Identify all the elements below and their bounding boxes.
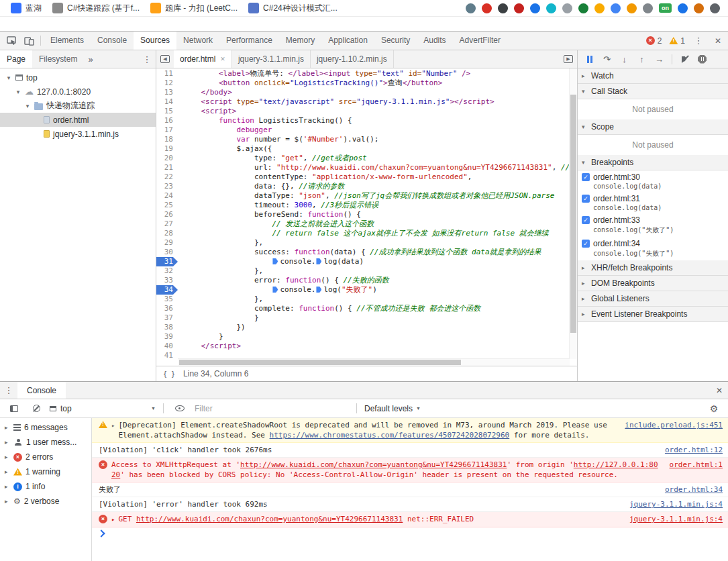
devtools-tab-elements[interactable]: Elements [44, 32, 91, 50]
source-link[interactable]: jquery-3.1.1.min.js:4 [629, 514, 723, 524]
bookmark-item[interactable]: 题库 - 力扣 (LeetC... [145, 1, 243, 15]
pause-script-button[interactable] [582, 52, 597, 66]
pretty-print-button[interactable]: { } [163, 370, 175, 378]
clear-console-icon[interactable] [28, 400, 45, 417]
file-tree-item[interactable]: order.html [0, 113, 156, 127]
line-number[interactable]: 32 [156, 266, 178, 276]
extension-icon[interactable] [562, 3, 572, 13]
step-button[interactable]: → [652, 52, 667, 66]
inline-breakpoint-marker[interactable] [316, 258, 321, 264]
line-number[interactable]: 25 [156, 201, 178, 210]
hscroll-thumb[interactable] [179, 360, 461, 365]
tab-console-drawer[interactable]: Console [17, 382, 66, 399]
extension-icon[interactable] [530, 3, 540, 13]
extension-icon[interactable] [482, 3, 492, 13]
extension-on-badge[interactable]: on [659, 3, 672, 13]
devtools-tab-audits[interactable]: Audits [417, 32, 452, 50]
line-number[interactable]: 16 [156, 116, 178, 125]
line-number[interactable]: 24 [156, 191, 178, 201]
extension-icon[interactable] [498, 3, 508, 13]
extension-icon[interactable] [627, 3, 637, 13]
line-number[interactable]: 35 [156, 295, 178, 304]
line-number[interactable]: 23 [156, 182, 178, 191]
inspect-element-icon[interactable] [3, 32, 20, 50]
file-tree-item[interactable]: ▾☁127.0.0.1:8020 [0, 85, 156, 99]
console-filter-user[interactable]: ▸1 user mess... [0, 435, 91, 450]
breakpoint-checkbox[interactable]: ✓ [582, 173, 590, 181]
line-number[interactable]: 21 [156, 163, 178, 172]
line-number[interactable]: 15 [156, 107, 178, 116]
expand-icon[interactable]: ▸ [111, 421, 115, 431]
line-number[interactable]: 12 [156, 79, 178, 88]
navigator-menu-icon[interactable]: ⋮ [141, 54, 153, 64]
tab-filesystem[interactable]: Filesystem [32, 50, 84, 68]
devtools-menu-icon[interactable]: ⋮ [690, 32, 707, 50]
editor-tab[interactable]: order.html✕ [174, 50, 232, 68]
source-link[interactable]: include.preload.js:451 [625, 420, 723, 430]
step-over-button[interactable]: ↷ [599, 52, 615, 66]
extension-icon[interactable] [466, 3, 476, 13]
source-link[interactable]: order.html:34 [665, 484, 723, 495]
extension-icon[interactable] [578, 3, 588, 13]
extension-icon[interactable] [546, 3, 556, 13]
editor-tab[interactable]: jquery-1.10.2.min.js [311, 50, 394, 68]
section-xhr-fetch-breakpoints[interactable]: ▸XHR/fetch Breakpoints [578, 260, 728, 276]
section-event-listener-breakpoints[interactable]: ▸Event Listener Breakpoints [578, 307, 728, 322]
console-filter-info[interactable]: ▸i1 info [0, 479, 91, 494]
file-tree-item[interactable]: ▾top [0, 70, 156, 85]
console-filter-list[interactable]: ▸6 messages [0, 420, 91, 435]
file-tree-item[interactable]: jquery-3.1.1.min.js [0, 127, 156, 141]
source-link[interactable]: order.html:12 [665, 445, 723, 455]
extension-icon[interactable] [643, 3, 653, 13]
hide-navigator-icon[interactable]: ◀ [156, 50, 174, 68]
line-number[interactable]: 18 [156, 135, 178, 144]
line-number[interactable]: 28 [156, 229, 178, 238]
breakpoint-entry[interactable]: ✓order.html:34console.log("失败了") [578, 237, 728, 260]
inline-breakpoint-marker[interactable] [272, 258, 278, 264]
devtools-tab-performance[interactable]: Performance [219, 32, 279, 50]
step-into-button[interactable]: ↓ [617, 52, 632, 66]
bookmark-item[interactable]: C#快递跟踪 (基于f... [47, 1, 145, 15]
console-filter-error[interactable]: ▸×2 errors [0, 450, 91, 464]
line-number[interactable]: 39 [156, 332, 178, 342]
devtools-tab-security[interactable]: Security [374, 32, 417, 50]
expand-icon[interactable]: ▸ [111, 515, 115, 525]
code-editor[interactable]: 11 <label>物流单号: </label><input type="tex… [156, 68, 577, 366]
line-number[interactable]: 13 [156, 88, 178, 97]
line-number[interactable]: 22 [156, 172, 178, 182]
extension-icon[interactable] [611, 3, 621, 13]
deactivate-breakpoints-button[interactable] [677, 52, 692, 66]
devtools-tab-memory[interactable]: Memory [279, 32, 321, 50]
drawer-close-icon[interactable]: ✕ [711, 382, 728, 399]
line-number[interactable]: 34 [156, 285, 178, 295]
devtools-tab-application[interactable]: Application [321, 32, 374, 50]
open-drawer-icon[interactable]: ▶ [560, 50, 577, 68]
editor-tab[interactable]: jquery-3.1.1.min.js [232, 50, 311, 68]
breakpoint-checkbox[interactable]: ✓ [582, 195, 590, 203]
breakpoint-entry[interactable]: ✓order.html:33console.log("失败了") [578, 213, 728, 237]
devtools-tab-sources[interactable]: Sources [134, 32, 176, 50]
line-number[interactable]: 11 [156, 69, 178, 79]
step-out-button[interactable]: ↑ [634, 52, 649, 66]
live-expression-icon[interactable] [171, 400, 189, 417]
bookmark-item[interactable]: C#24种设计模式汇... [243, 1, 343, 15]
line-number[interactable]: 29 [156, 238, 178, 248]
bookmark-item[interactable]: 蓝湖 [5, 1, 47, 15]
devtools-tab-console[interactable]: Console [91, 32, 134, 50]
extension-icon[interactable] [678, 3, 688, 13]
device-toolbar-icon[interactable] [20, 32, 38, 50]
line-number[interactable]: 20 [156, 154, 178, 163]
error-count-badge[interactable]: × 2 [643, 36, 665, 46]
line-number[interactable]: 40 [156, 342, 178, 351]
warning-count-badge[interactable]: ! 1 [666, 36, 688, 46]
line-number[interactable]: 26 [156, 210, 178, 219]
section-scope[interactable]: ▾Scope [578, 119, 728, 135]
editor-hscrollbar[interactable] [178, 358, 570, 366]
devtools-tab-advertfilter[interactable]: AdvertFilter [453, 32, 507, 50]
extension-icon[interactable] [594, 3, 605, 13]
extension-icon[interactable] [514, 3, 524, 13]
drawer-menu-icon[interactable]: ⋮ [0, 385, 17, 395]
console-filter-warning[interactable]: ▸!1 warning [0, 464, 91, 479]
source-link[interactable]: jquery-3.1.1.min.js:4 [629, 499, 723, 509]
breakpoint-checkbox[interactable]: ✓ [582, 240, 590, 248]
